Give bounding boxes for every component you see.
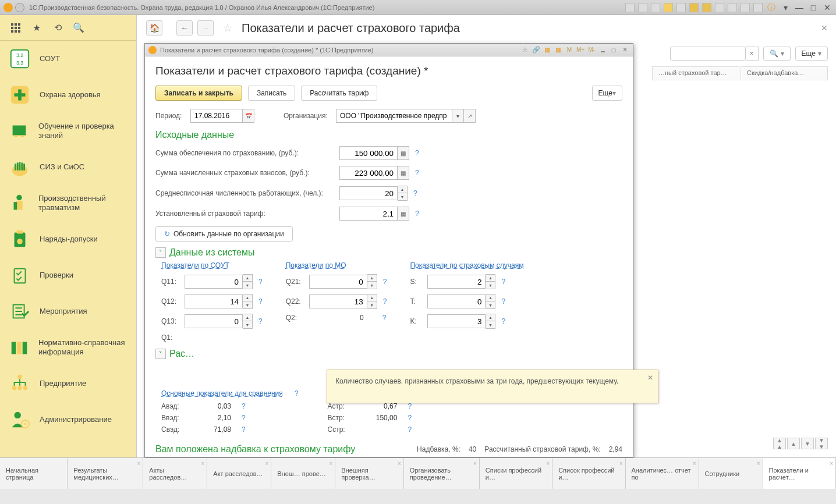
help-icon[interactable]: ? — [415, 169, 419, 177]
t-input[interactable] — [427, 294, 486, 308]
sidebar-item-admin[interactable]: Администрирование — [0, 402, 136, 438]
q22-input[interactable] — [309, 294, 367, 308]
history-icon[interactable]: ⟲ — [52, 23, 63, 33]
help-icon[interactable]: ? — [413, 189, 417, 197]
help-icon[interactable]: ? — [242, 402, 246, 410]
help-icon[interactable]: ? — [258, 297, 263, 306]
spinner[interactable]: ▲▼ — [243, 274, 253, 289]
spinner[interactable]: ▲▼ — [398, 186, 408, 201]
sidebar-item-permits[interactable]: Наряды-допуски — [0, 221, 136, 257]
dialog-tool-calc[interactable]: ▦ — [543, 45, 552, 55]
q12-input[interactable] — [185, 294, 243, 308]
scroll-top-button[interactable]: ▲▲ — [773, 438, 786, 449]
collapse-ras-button[interactable]: ˅ — [155, 349, 166, 359]
k-input[interactable] — [427, 314, 486, 328]
app-menu-dropdown[interactable] — [15, 3, 24, 12]
calc-icon[interactable]: ▦ — [398, 207, 409, 221]
help-icon[interactable]: ? — [408, 425, 412, 434]
toolbar-mminus-icon[interactable] — [741, 3, 750, 12]
q21-input[interactable] — [309, 275, 367, 289]
apps-grid-icon[interactable] — [10, 23, 21, 33]
help-icon[interactable]: ? — [242, 414, 246, 422]
more-button[interactable]: Еще — [592, 86, 622, 101]
help-icon[interactable]: ? — [415, 210, 419, 218]
tooltip-close-button[interactable]: ✕ — [647, 374, 653, 382]
spinner[interactable]: ▲▼ — [367, 294, 377, 309]
help-icon[interactable]: ? — [501, 278, 505, 286]
tab-close-button[interactable]: × — [137, 460, 141, 467]
sum-insurance-input[interactable] — [339, 146, 398, 160]
tab-close-button[interactable]: × — [619, 460, 623, 467]
column-header-discount[interactable]: Скидка/надбавка… — [741, 66, 828, 80]
column-header-tariff[interactable]: …ный страховой тар… — [652, 66, 739, 80]
back-button[interactable]: ← — [176, 20, 193, 36]
q13-input[interactable] — [185, 314, 243, 328]
refresh-org-button[interactable]: ↻Обновить данные по организации — [155, 226, 293, 242]
calc-icon[interactable]: ▦ — [398, 166, 409, 180]
tab-close-button[interactable]: × — [398, 460, 401, 467]
sidebar-item-training[interactable]: Обучение и проверка знаний — [0, 113, 136, 149]
bottom-tab[interactable]: Список профессий и…× — [552, 458, 625, 489]
forward-button[interactable]: → — [197, 20, 214, 36]
toolbar-m-icon[interactable] — [715, 3, 724, 12]
period-input[interactable] — [190, 109, 243, 123]
dialog-tool-star[interactable]: ☆ — [520, 45, 530, 55]
toolbar-calc-icon[interactable] — [689, 3, 699, 12]
bottom-tab[interactable]: Акт расследов…× — [207, 458, 271, 489]
sidebar-item-health[interactable]: Охрана здоровья — [0, 77, 136, 113]
calendar-icon[interactable]: 📅 — [243, 109, 254, 123]
insurance-cases-link[interactable]: Показатели по страховым случаям — [410, 261, 523, 269]
bottom-tab[interactable]: Аналитичес… отчет по× — [626, 458, 699, 489]
spinner[interactable]: ▲▼ — [486, 274, 495, 289]
dialog-tool-link[interactable]: 🔗 — [532, 45, 541, 55]
toolbar-icon-1[interactable] — [625, 3, 635, 12]
scroll-down-button[interactable]: ▼ — [801, 438, 814, 449]
help-icon[interactable]: ? — [501, 317, 505, 325]
sout-indicators-link[interactable]: Показатели по СОУТ — [161, 261, 229, 269]
sidebar-item-enterprise[interactable]: Предприятие — [0, 365, 136, 402]
bottom-tab[interactable]: Акты расследов…× — [143, 458, 207, 489]
dialog-titlebar[interactable]: Показатели и расчет страхового тарифа (с… — [145, 44, 633, 56]
more-button[interactable]: Еще▾ — [795, 47, 828, 61]
avg-count-input[interactable] — [339, 186, 398, 200]
home-button[interactable]: 🏠 — [146, 20, 162, 36]
spinner[interactable]: ▲▼ — [243, 314, 253, 329]
sidebar-item-trauma[interactable]: Производственный травматизм — [0, 185, 136, 221]
toolbar-star-icon[interactable] — [664, 3, 673, 12]
tab-close-button[interactable]: × — [201, 460, 205, 467]
favorite-star-icon[interactable]: ★ — [31, 23, 42, 33]
toolbar-icon-2[interactable] — [638, 3, 647, 12]
org-open-button[interactable]: ↗ — [464, 109, 476, 123]
help-icon[interactable]: ? — [295, 389, 299, 397]
help-icon[interactable]: ? — [501, 297, 505, 306]
toolbar-mplus-icon[interactable] — [728, 3, 737, 12]
maximize-button[interactable]: □ — [808, 3, 819, 12]
save-close-button[interactable]: Записать и закрыть — [155, 86, 242, 101]
spinner[interactable]: ▲▼ — [243, 294, 253, 309]
minimize-button[interactable]: — — [794, 3, 805, 12]
org-input[interactable] — [336, 109, 452, 123]
bottom-tab[interactable]: Организовать проведение…× — [404, 458, 480, 489]
mo-indicators-link[interactable]: Показатели по МО — [286, 261, 346, 269]
spinner[interactable]: ▲▼ — [486, 294, 495, 309]
tab-close-button[interactable]: × — [693, 460, 696, 467]
toolbar-calendar-icon[interactable] — [702, 3, 711, 12]
dialog-minimize[interactable]: 🗕 — [598, 45, 607, 55]
scroll-up-button[interactable]: ▲ — [787, 438, 800, 449]
org-dropdown-button[interactable]: ▾ — [452, 109, 464, 123]
toolbar-icon-5[interactable] — [676, 3, 686, 12]
spinner[interactable]: ▲▼ — [486, 314, 495, 329]
dropdown-icon[interactable]: ▾ — [780, 3, 791, 12]
bottom-tab[interactable]: Результаты медицинских…× — [68, 458, 143, 489]
bottom-tab[interactable]: Внеш… прове…× — [271, 458, 335, 489]
help-icon[interactable]: ? — [242, 425, 246, 434]
help-icon[interactable]: ? — [383, 297, 387, 306]
bottom-tab[interactable]: Начальная страница — [0, 458, 68, 489]
sidebar-item-siz[interactable]: СИЗ и СиОС — [0, 149, 136, 185]
calc-icon[interactable]: ▦ — [398, 146, 409, 160]
tab-close-button[interactable]: × — [265, 460, 269, 467]
sidebar-item-reference[interactable]: Нормативно-справочная информация — [0, 329, 136, 365]
collapse-system-button[interactable]: ˅ — [155, 247, 166, 258]
bottom-tab[interactable]: Внешняя проверка…× — [335, 458, 404, 489]
dialog-tool-calendar[interactable]: ▦ — [554, 45, 563, 55]
